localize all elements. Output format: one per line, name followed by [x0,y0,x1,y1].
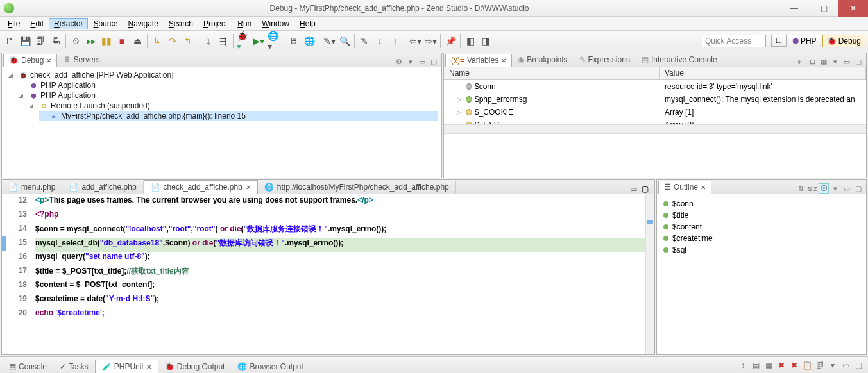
debug-perspective-button[interactable]: 🐞Debug [822,35,865,47]
debug-icon[interactable]: 🐞▾ [236,34,250,48]
browser-icon[interactable]: 🌐 [302,34,316,48]
open-perspective-button[interactable]: ☐ [771,35,787,47]
view-menu-icon[interactable]: ▾ [830,183,840,194]
misc2-icon[interactable]: ◨ [479,34,493,48]
tab-breakpoints[interactable]: ◉Breakpoints [512,53,573,67]
outline-item[interactable]: $sql [663,244,860,256]
menu-project[interactable]: Project [198,18,232,29]
step-into-icon[interactable]: ↳ [150,34,164,48]
tab-debug[interactable]: 🐞Debug✕ [3,54,57,67]
search-icon[interactable]: 🔍 [337,34,352,48]
stack-frame[interactable]: ≡MyFirstPhp/check_add_affiche.php.{main}… [39,111,438,121]
variable-row[interactable]: ▷$php_errormsgmysql_connect(): The mysql… [444,93,866,106]
b-icon-8[interactable]: ▾ [827,360,838,371]
new-icon[interactable]: 🗋 [3,34,17,48]
step-over-icon[interactable]: ↷ [166,34,180,48]
bottom-tab-debug-output[interactable]: 🐞Debug Output [158,360,232,373]
tab-variables[interactable]: (x)=Variables✕ [445,54,512,67]
close-button[interactable]: ✕ [838,0,868,17]
scrollbar-h[interactable] [444,124,866,133]
run-icon[interactable]: ▶▾ [251,34,266,48]
editor-tab[interactable]: 🌐http://localhost/MyFirstPhp/check_add_a… [258,181,456,194]
overview-ruler[interactable] [645,194,654,354]
menu-navigate[interactable]: Navigate [123,18,163,29]
skip-breakpoints-icon[interactable]: ⦸ [69,34,83,48]
view-menu-icon[interactable]: ▾ [405,56,416,67]
outline-item[interactable]: $content [663,221,860,233]
disconnect-icon[interactable]: ⏏ [130,34,144,48]
minimize-view-icon[interactable]: ▭ [842,183,852,194]
tab-expressions[interactable]: ✎Expressions [574,53,636,67]
bottom-tab-console[interactable]: ▤Console [3,360,53,373]
suspend-icon[interactable]: ▮▮ [99,34,114,48]
back-icon[interactable]: ⇦▾ [408,34,422,48]
quick-access-input[interactable]: Quick Access [702,35,766,47]
menu-source[interactable]: Source [88,18,123,29]
resume-icon[interactable]: ▸▸ [84,34,98,48]
minimize-editor-icon[interactable]: ▭ [630,185,640,194]
forward-icon[interactable]: ⇨▾ [423,34,438,48]
sort-icon[interactable]: ⇅ [796,183,806,194]
collapse-all-icon[interactable]: ⊟ [807,56,817,67]
editor-tab[interactable]: 📄menu.php [2,181,62,194]
editor-tab[interactable]: 📄add_affiche.php [62,181,143,194]
use-step-filters-icon[interactable]: ⇶ [216,34,230,48]
b-icon-4[interactable]: ✖ [776,360,787,371]
menu-help[interactable]: Help [294,18,321,29]
maximize-view-icon[interactable]: ▢ [429,56,439,67]
bottom-tab-tasks[interactable]: ✓Tasks [53,360,95,373]
drop-frame-icon[interactable]: ⤵ [201,34,215,48]
step-return-icon[interactable]: ↰ [181,34,195,48]
menu-search[interactable]: Search [164,18,198,29]
debug-tree[interactable]: ◢🐞check_add_affiche [PHP Web Application… [2,67,441,178]
maximize-button[interactable]: ▢ [809,0,838,17]
az-sort-icon[interactable]: aͨz [807,183,817,194]
wand-icon[interactable]: ✎▾ [322,34,336,48]
run-last-icon[interactable]: 🌐▾ [267,34,281,48]
print-icon[interactable]: 🖶 [49,34,63,48]
variable-row[interactable]: $connresource id='3' type='mysql link' [444,80,866,93]
variable-row[interactable]: ▷$_COOKIEArray [1] [444,106,866,119]
save-all-icon[interactable]: 🗐 [33,34,47,48]
menu-file[interactable]: File [3,18,25,29]
maximize-view-icon[interactable]: ▢ [853,183,864,194]
menu-edit[interactable]: Edit [25,18,49,29]
minimize-button[interactable]: — [779,0,809,17]
new-server-icon[interactable]: 🖥 [287,34,301,48]
tab-interactive-console[interactable]: ▤Interactive Console [636,53,723,67]
minimize-view-icon[interactable]: ▭ [417,56,427,67]
save-icon[interactable]: 💾 [18,34,32,48]
outline-item[interactable]: $conn [663,198,860,210]
tab-servers[interactable]: 🖥Servers [57,53,105,67]
b-icon-2[interactable]: ▤ [750,360,762,371]
b-icon-3[interactable]: ▦ [763,360,774,371]
b-icon-10[interactable]: ▢ [853,360,864,371]
next-annotation-icon[interactable]: ↓ [373,34,387,48]
php-perspective-button[interactable]: ⬢PHP [788,35,821,47]
misc1-icon[interactable]: ◧ [463,34,477,48]
pin-icon[interactable]: 📌 [443,34,457,48]
variable-row[interactable]: $_ENVArray [0] [444,119,866,124]
tab-outline[interactable]: ☰Outline✕ [658,181,711,194]
line-gutter[interactable]: 121314151617181920 [6,194,31,354]
layout-icon[interactable]: ▦ [819,56,829,67]
b-icon-9[interactable]: ▭ [840,360,851,371]
b-icon-1[interactable]: ↕ [737,360,749,371]
variables-body[interactable]: $connresource id='3' type='mysql link'▷$… [444,80,866,124]
b-icon-5[interactable]: ✖ [788,360,800,371]
prev-annotation-icon[interactable]: ↑ [388,34,402,48]
terminate-icon[interactable]: ■ [115,34,129,48]
filter-icon[interactable]: ⦿ [819,183,829,194]
maximize-editor-icon[interactable]: ▢ [642,185,652,194]
view-menu-icon[interactable]: ▾ [830,56,840,67]
annotation-icon[interactable]: ✎ [357,34,371,48]
bottom-tab-browser-output[interactable]: 🌐Browser Output [231,360,309,373]
bottom-tab-phpunit[interactable]: 🧪PHPUnit✕ [95,360,158,373]
maximize-view-icon[interactable]: ▢ [853,56,864,67]
code-editor[interactable]: 121314151617181920 <p>This page uses fra… [2,194,654,354]
menu-refactor[interactable]: Refactor [49,18,88,29]
debug-view-menu-icon[interactable]: ⚙ [394,56,404,67]
outline-list[interactable]: $conn$title$content$createtime$sql [657,194,866,354]
outline-item[interactable]: $title [663,210,860,221]
editor-tab[interactable]: 📄check_add_affiche.php✕ [144,180,258,194]
